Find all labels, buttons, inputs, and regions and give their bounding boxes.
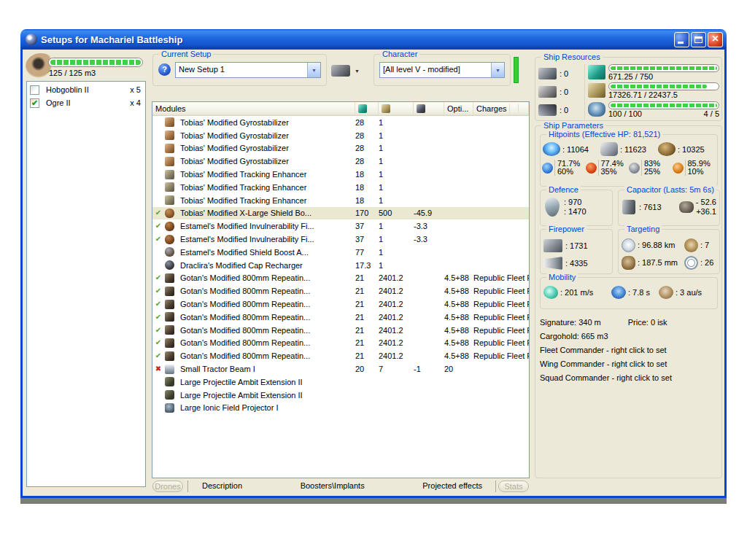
- module-row[interactable]: ✔ Gotan's Modified 800mm Repeatin... 21 …: [152, 349, 529, 362]
- maximize-button[interactable]: [691, 32, 706, 47]
- drones-button[interactable]: Drones: [152, 481, 183, 492]
- module-optimal: 4.5+88: [444, 351, 473, 360]
- module-row[interactable]: Tobias' Modified Gyrostabilizer 28 1: [152, 129, 529, 142]
- module-row[interactable]: Tobias' Modified Gyrostabilizer 28 1: [152, 142, 529, 155]
- chevron-down-icon[interactable]: [491, 63, 504, 77]
- info-line: Squad Commander - right click to set: [540, 371, 719, 385]
- capacitor-column-header[interactable]: [414, 102, 444, 115]
- module-row[interactable]: Large Projectile Ambit Extension II: [152, 389, 529, 402]
- stat: : 11064: [543, 142, 600, 156]
- module-status-icon: ✔: [152, 327, 164, 334]
- module-powergrid: 2401.2: [379, 338, 414, 347]
- module-row[interactable]: ✔ Estamel's Modified Invulnerability Fi.…: [152, 219, 529, 233]
- character-combobox[interactable]: [All level V - modified]: [379, 62, 505, 78]
- title-bar[interactable]: Setups for Machariel Battleship: [20, 29, 727, 50]
- cpu-column-header[interactable]: [355, 102, 379, 115]
- stat-value: : 7.8 s: [628, 288, 650, 297]
- module-name: Gotan's Modified 800mm Repeatin...: [177, 273, 355, 282]
- shield-hp-icon: [543, 142, 560, 156]
- info-line: Fleet Commander - right click to set: [540, 343, 719, 357]
- stat: : 187.5 mm: [622, 254, 684, 271]
- header-separator: [518, 104, 519, 113]
- module-row[interactable]: Tobias' Modified Gyrostabilizer 28 1: [152, 116, 529, 129]
- module-row[interactable]: Large Ionic Field Projector I: [152, 402, 529, 415]
- close-button[interactable]: [708, 32, 723, 47]
- drone-checkbox[interactable]: [30, 98, 39, 108]
- module-charges: Republic Fleet Phas...: [473, 351, 529, 360]
- stat-value: : 96.88 km: [638, 241, 675, 249]
- module-row[interactable]: ✔ Gotan's Modified 800mm Repeatin... 21 …: [152, 284, 529, 298]
- invulnerability-field-icon: [165, 222, 174, 231]
- drone-list[interactable]: Hobgoblin II x 5 Ogre II x 4: [26, 81, 146, 487]
- module-name: Gotan's Modified 800mm Repeatin...: [177, 287, 355, 295]
- ship-parameters-label: Ship Parameters: [541, 121, 605, 130]
- autocannon-icon: [165, 287, 174, 296]
- module-optimal: 4.5+88: [444, 273, 473, 282]
- module-row[interactable]: ✔ Gotan's Modified 800mm Repeatin... 21 …: [152, 324, 529, 337]
- stat: : 1731: [543, 237, 612, 254]
- module-name: Gotan's Modified 800mm Repeatin...: [177, 326, 355, 335]
- calibration-icon: [588, 102, 605, 117]
- module-row[interactable]: ✔ Gotan's Modified 800mm Repeatin... 21 …: [152, 272, 529, 285]
- hardpoint-value: : 0: [560, 106, 568, 114]
- stat-value: : 7: [700, 241, 709, 249]
- modules-column-header[interactable]: Modules: [152, 102, 355, 115]
- drone-quantity: x 5: [130, 85, 141, 94]
- module-optimal: 20: [444, 365, 473, 373]
- help-icon[interactable]: [158, 63, 171, 76]
- stat: : 7.8 s: [611, 286, 659, 299]
- stat: : 3 au/s: [659, 286, 702, 299]
- tab-description[interactable]: Description: [192, 481, 252, 490]
- minimize-button[interactable]: [674, 32, 689, 47]
- turret-dps-icon: [543, 239, 562, 252]
- chevron-down-icon[interactable]: [307, 63, 320, 77]
- tab-boosters-implants[interactable]: Boosters\Implants: [290, 481, 375, 490]
- module-powergrid: 1: [379, 196, 414, 205]
- module-cpu: 37: [355, 222, 379, 230]
- kinetic-resist-icon: [629, 163, 640, 174]
- module-row[interactable]: Draclira's Modified Cap Recharger 17.3 1: [152, 259, 529, 272]
- powergrid-column-header[interactable]: [379, 102, 414, 115]
- drone-list-item[interactable]: Ogre II x 4: [27, 96, 145, 109]
- charges-column-header[interactable]: Charges: [473, 102, 529, 115]
- module-row[interactable]: ✔ Estamel's Modified Invulnerability Fi.…: [152, 233, 529, 246]
- sensor-strength-icon: [684, 256, 698, 270]
- module-name: Small Tractor Beam I: [177, 365, 355, 373]
- module-row[interactable]: ✔ Gotan's Modified 800mm Repeatin... 21 …: [152, 298, 529, 311]
- stats-button[interactable]: Stats: [498, 481, 529, 492]
- tab-projected-effects[interactable]: Projected effects: [412, 481, 492, 490]
- module-row[interactable]: Estamel's Modified Shield Boost A... 77 …: [152, 246, 529, 259]
- hardpoint-slot: : 0: [538, 82, 584, 101]
- module-row[interactable]: Large Projectile Ambit Extension II: [152, 376, 529, 389]
- module-row[interactable]: ✔ Gotan's Modified 800mm Repeatin... 21 …: [152, 337, 529, 350]
- module-row[interactable]: Tobias' Modified Tracking Enhancer 18 1: [152, 194, 529, 207]
- module-name: Estamel's Modified Invulnerability Fi...: [177, 235, 355, 244]
- firepower-rows: : 1731 : 4335: [541, 230, 612, 272]
- stat: : 4335: [543, 254, 612, 272]
- module-cap-use: -45.9: [414, 209, 444, 217]
- stat: : 7: [684, 236, 718, 254]
- module-row[interactable]: ✔ Tobias' Modified X-Large Shield Bo... …: [152, 207, 529, 220]
- drone-list-item[interactable]: Hobgoblin II x 5: [27, 83, 145, 96]
- mobility-label: Mobility: [546, 273, 578, 281]
- setup-combobox[interactable]: New Setup 1: [175, 62, 321, 78]
- drone-checkbox[interactable]: [30, 85, 39, 95]
- resource-value: 671.25 / 750: [608, 72, 653, 82]
- module-row[interactable]: ✖ Small Tractor Beam I 20 7 -1 20: [152, 362, 529, 376]
- module-cpu: 28: [355, 118, 379, 127]
- module-row[interactable]: Tobias' Modified Tracking Enhancer 18 1: [152, 181, 529, 194]
- capacitor-icon: [417, 104, 425, 113]
- warp-speed-icon: [659, 286, 673, 299]
- module-row[interactable]: Tobias' Modified Tracking Enhancer 18 1: [152, 168, 529, 181]
- module-row[interactable]: Tobias' Modified Gyrostabilizer 28 1: [152, 155, 529, 168]
- modules-header[interactable]: Modules Opti... Charges: [152, 102, 529, 116]
- projectile-rig-icon: [165, 390, 174, 400]
- resist-cell: 77.4% 35%: [586, 160, 630, 176]
- mobility-group: Mobility : 201 m/s : 7.8 s : 3 au/s: [540, 277, 718, 309]
- optimal-column-header[interactable]: Opti...: [444, 102, 473, 115]
- autocannon-icon: [165, 300, 174, 309]
- stat: : 10325: [658, 142, 716, 156]
- fit-tool-button[interactable]: [331, 63, 366, 79]
- module-row[interactable]: ✔ Gotan's Modified 800mm Repeatin... 21 …: [152, 311, 529, 324]
- module-optimal: 4.5+88: [444, 326, 473, 335]
